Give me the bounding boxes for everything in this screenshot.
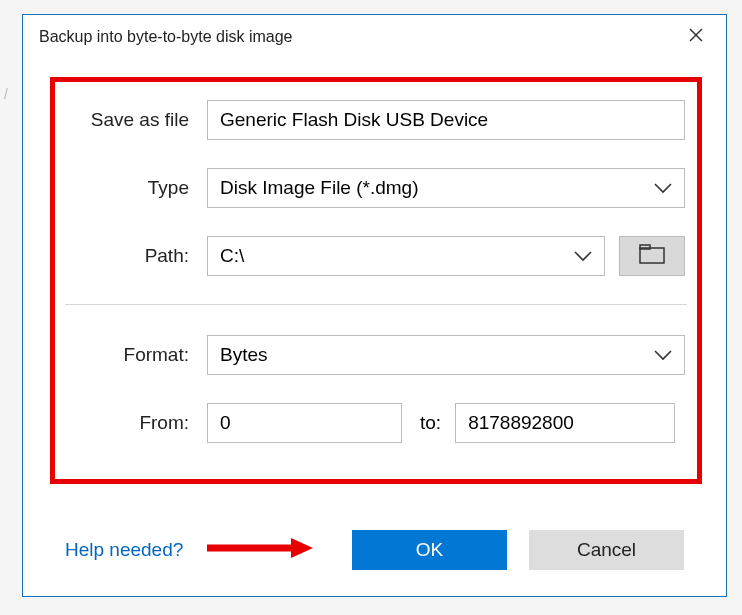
bg-hint-slash: / — [4, 86, 8, 102]
from-input[interactable] — [207, 403, 402, 443]
form-area: Save as file Type Disk Image File (*.dmg… — [65, 100, 687, 443]
bottom-bar: Help needed? OK Cancel — [65, 530, 684, 570]
row-path: Path: C:\ — [65, 236, 687, 276]
label-save-as-file: Save as file — [65, 109, 207, 131]
titlebar: Backup into byte-to-byte disk image — [23, 15, 726, 59]
label-type: Type — [65, 177, 207, 199]
to-input[interactable] — [455, 403, 675, 443]
label-format: Format: — [65, 344, 207, 366]
svg-rect-2 — [640, 248, 664, 263]
cancel-button[interactable]: Cancel — [529, 530, 684, 570]
dialog-title: Backup into byte-to-byte disk image — [39, 28, 292, 46]
format-select[interactable]: Bytes — [207, 335, 685, 375]
row-type: Type Disk Image File (*.dmg) — [65, 168, 687, 208]
chevron-down-icon — [574, 245, 592, 267]
ok-button[interactable]: OK — [352, 530, 507, 570]
browse-button[interactable] — [619, 236, 685, 276]
folder-icon — [639, 244, 665, 268]
chevron-down-icon — [654, 344, 672, 366]
svg-rect-3 — [640, 245, 650, 249]
close-icon — [689, 28, 703, 46]
row-save-as-file: Save as file — [65, 100, 687, 140]
chevron-down-icon — [654, 177, 672, 199]
path-select-value: C:\ — [220, 245, 244, 267]
help-link[interactable]: Help needed? — [65, 539, 183, 561]
backup-dialog: Backup into byte-to-byte disk image Save… — [22, 14, 727, 597]
arrow-annotation — [205, 536, 315, 564]
type-select-value: Disk Image File (*.dmg) — [220, 177, 419, 199]
path-select[interactable]: C:\ — [207, 236, 605, 276]
svg-marker-5 — [291, 538, 313, 558]
close-button[interactable] — [676, 22, 716, 52]
row-format: Format: Bytes — [65, 335, 687, 375]
format-select-value: Bytes — [220, 344, 268, 366]
divider — [65, 304, 687, 305]
row-range: From: to: — [65, 403, 687, 443]
save-as-file-input[interactable] — [207, 100, 685, 140]
label-to: to: — [420, 412, 441, 434]
label-from: From: — [65, 412, 207, 434]
label-path: Path: — [65, 245, 207, 267]
type-select[interactable]: Disk Image File (*.dmg) — [207, 168, 685, 208]
